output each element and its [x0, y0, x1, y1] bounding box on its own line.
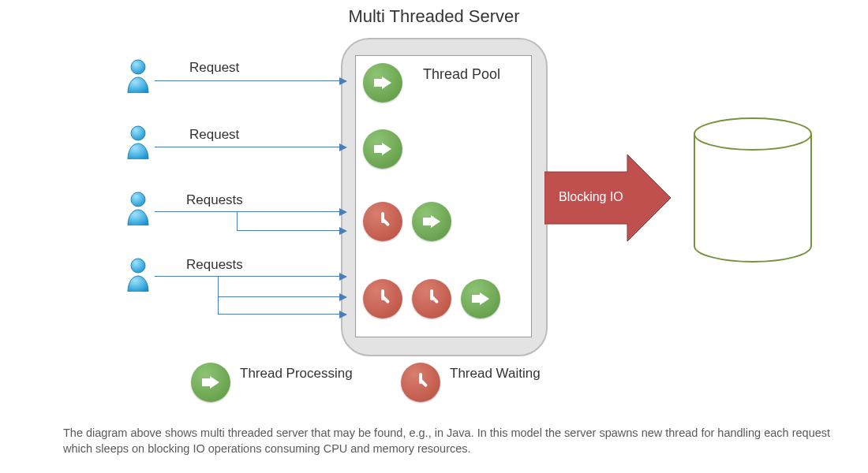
- request-label: Requests: [186, 257, 243, 273]
- legend-processing-icon: [191, 363, 230, 402]
- request-arrow: [237, 230, 339, 231]
- svg-point-3: [131, 259, 145, 273]
- user-icon: [123, 58, 153, 95]
- legend-waiting-icon: [401, 363, 440, 402]
- svg-point-1: [131, 126, 145, 140]
- clock-icon: [371, 210, 395, 233]
- diagram-title: Multi Threaded Server: [0, 6, 868, 27]
- thread-waiting-icon: [412, 279, 451, 318]
- caption-text: The diagram above shows multi threaded s…: [63, 426, 836, 456]
- database-icon: [691, 117, 814, 263]
- clock-icon: [409, 371, 432, 394]
- request-branch: [237, 211, 238, 230]
- request-label: Requests: [186, 192, 243, 208]
- clock-icon: [371, 287, 395, 311]
- request-arrow: [218, 296, 339, 297]
- thread-waiting-icon: [363, 202, 402, 241]
- arrow-right-icon: [382, 143, 391, 155]
- legend-waiting-label: Thread Waiting: [450, 366, 541, 382]
- thread-processing-icon: [461, 279, 500, 318]
- arrow-right-icon: [382, 76, 391, 89]
- legend-processing-label: Thread Processing: [240, 366, 353, 382]
- thread-processing-icon: [363, 129, 402, 169]
- svg-point-0: [131, 60, 145, 74]
- request-arrow: [155, 80, 339, 81]
- blocking-io-label: Blocking IO: [559, 190, 623, 204]
- thread-processing-icon: [363, 63, 402, 102]
- svg-point-2: [131, 192, 145, 207]
- request-arrow: [155, 211, 339, 212]
- thread-waiting-icon: [363, 279, 402, 318]
- arrow-right-icon: [480, 292, 489, 305]
- request-label: Request: [189, 127, 239, 143]
- diagram-canvas: Multi Threaded Server Thread Pool Reques…: [0, 0, 868, 473]
- request-arrow: [155, 147, 339, 147]
- clock-icon: [420, 287, 443, 311]
- user-icon: [123, 125, 153, 161]
- thread-processing-icon: [412, 202, 451, 241]
- request-arrow: [218, 314, 339, 315]
- arrow-right-icon: [210, 376, 219, 389]
- user-icon: [123, 257, 153, 293]
- thread-pool-label: Thread Pool: [423, 66, 500, 83]
- arrow-right-icon: [431, 215, 440, 228]
- request-branch: [218, 276, 219, 314]
- request-label: Request: [189, 60, 239, 76]
- user-icon: [123, 191, 153, 227]
- request-arrow: [155, 276, 339, 277]
